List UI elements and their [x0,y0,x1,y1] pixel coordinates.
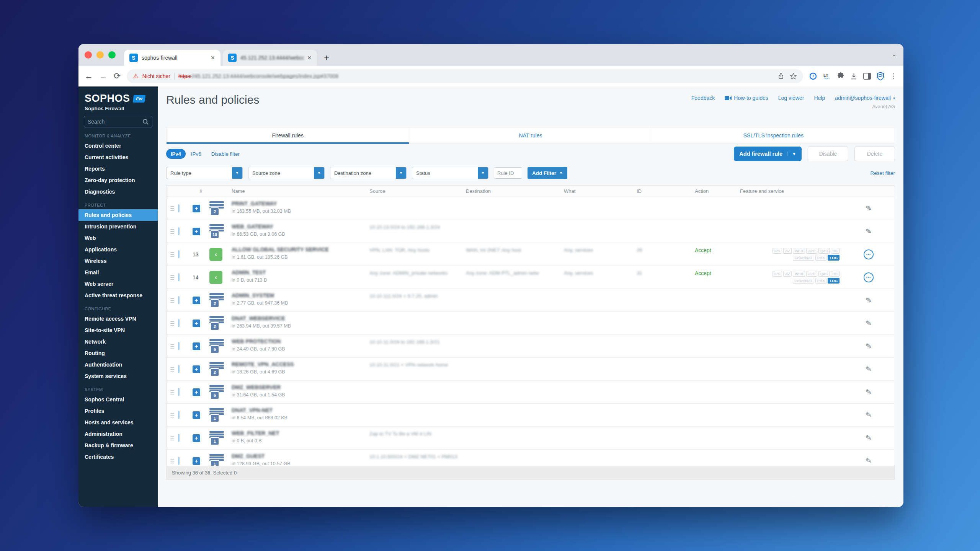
address-bar[interactable]: ⚠ Nicht sicher https://45.121.252.13:444… [127,69,803,83]
row-checkbox[interactable] [178,296,180,304]
how-to-guides-link[interactable]: How-to guides [725,95,768,101]
edit-rule-icon[interactable]: ✎ [865,433,872,443]
tab-close-icon[interactable]: ✕ [211,55,215,61]
row-checkbox[interactable] [178,457,180,465]
table-row[interactable]: +2DNAT_WEBSERVICEin 263.94 MB, out 39.57… [167,312,895,335]
table-row[interactable]: +10WEB_GATEWAYin 66.53 GB, out 3.06 GB10… [167,220,895,243]
sidebar-item-email[interactable]: Email [78,267,158,278]
rule-id-input[interactable] [494,167,522,179]
drag-handle-icon[interactable] [170,252,174,257]
extensions-puzzle-icon[interactable] [837,72,844,80]
browser-menu-icon[interactable]: ⋮ [890,72,897,80]
ipv4-filter-pill[interactable]: IPv4 [166,149,186,159]
tab-overflow-chevron-icon[interactable]: ⌄ [892,51,897,58]
sidebar-item-rules-and-policies[interactable]: Rules and policies [78,209,158,221]
sidebar-search[interactable] [84,116,152,127]
sidebar-item-remote-access-vpn[interactable]: Remote access VPN [78,313,158,324]
sidebar-item-hosts-and-services[interactable]: Hosts and services [78,417,158,428]
row-checkbox[interactable] [178,227,180,235]
drag-handle-icon[interactable] [170,390,174,395]
sidebar-item-zero-day-protection[interactable]: Zero-day protection [78,174,158,186]
sidebar-item-backup-firmware[interactable]: Backup & firmware [78,440,158,451]
expand-group-icon[interactable]: + [193,228,200,235]
drag-handle-icon[interactable] [170,344,174,349]
edit-rule-icon[interactable]: ✎ [865,295,872,305]
row-checkbox[interactable] [178,204,180,212]
tab-firewall-rules[interactable]: Firewall rules [167,127,409,143]
drag-handle-icon[interactable] [170,321,174,326]
row-checkbox[interactable] [178,342,180,350]
bookmark-star-icon[interactable] [790,73,797,80]
edit-rule-icon[interactable]: ✎ [865,364,872,374]
help-link[interactable]: Help [814,95,825,101]
sidebar-item-active-threat-response[interactable]: Active threat response [78,290,158,301]
edit-rule-icon[interactable]: ✎ [865,204,872,213]
drag-handle-icon[interactable] [170,229,174,234]
password-manager-icon[interactable] [809,72,817,80]
expand-group-icon[interactable]: + [193,365,200,373]
sidebar-item-network[interactable]: Network [78,336,158,347]
add-firewall-rule-button[interactable]: Add firewall rule ▼ [734,147,802,161]
browser-tab-secondary[interactable]: S 45.121.252.13:4444/webconsole ✕ [223,50,317,66]
chevron-down-icon[interactable]: ▼ [232,167,242,179]
reload-icon[interactable]: ⟳ [114,72,121,80]
expand-group-icon[interactable]: + [193,297,200,304]
account-menu[interactable]: admin@sophos-firewall ▾ [835,95,895,101]
sidebar-item-intrusion-prevention[interactable]: Intrusion prevention [78,221,158,232]
search-input[interactable] [88,119,139,125]
edit-rule-icon[interactable]: ✎ [865,341,872,351]
zoom-window-icon[interactable] [108,51,116,59]
edit-rule-icon[interactable]: ✎ [865,318,872,328]
delete-button[interactable]: Delete [854,147,895,161]
expand-group-icon[interactable]: + [193,457,200,465]
close-window-icon[interactable] [85,51,92,59]
sidebar-item-site-to-site-vpn[interactable]: Site-to-site VPN [78,324,158,336]
minimize-window-icon[interactable] [96,51,104,59]
row-checkbox[interactable] [178,319,180,327]
drag-handle-icon[interactable] [170,275,174,280]
feedback-link[interactable]: Feedback [691,95,715,101]
sidebar-item-authentication[interactable]: Authentication [78,359,158,370]
sidebar-item-control-center[interactable]: Control center [78,140,158,152]
languagetool-icon[interactable]: LT [823,72,831,80]
edit-rule-icon[interactable]: ✎ [865,410,872,420]
chevron-down-icon[interactable]: ▼ [314,167,324,179]
table-row[interactable]: +6DMZ_WEBSERVERin 31.64 GB, out 1.54 GB✎ [167,381,895,404]
disable-button[interactable]: Disable [808,147,848,161]
drag-handle-icon[interactable] [170,298,174,303]
expand-group-icon[interactable]: + [193,342,200,350]
browser-tab-sophos-firewall[interactable]: S sophos-firewall ✕ [124,50,220,66]
drag-handle-icon[interactable] [170,367,174,372]
table-row[interactable]: 14‹ADMIN_TESTin 0 B, out 713 BAny zone: … [167,266,895,289]
download-icon[interactable] [850,73,858,80]
drag-handle-icon[interactable] [170,413,174,417]
sidebar-item-diagnostics[interactable]: Diagnostics [78,186,158,197]
sidebar-item-current-activities[interactable]: Current activities [78,152,158,163]
chevron-down-icon[interactable]: ▼ [396,167,406,179]
sidebar-item-web-server[interactable]: Web server [78,278,158,290]
sidebar-item-administration[interactable]: Administration [78,428,158,440]
row-checkbox[interactable] [178,273,180,281]
expand-group-icon[interactable]: + [193,434,200,442]
expand-group-icon[interactable]: + [193,388,200,396]
sidebar-item-routing[interactable]: Routing [78,347,158,359]
row-checkbox[interactable] [178,365,180,373]
row-checkbox[interactable] [178,388,180,396]
row-checkbox[interactable] [178,411,180,419]
sidebar-item-applications[interactable]: Applications [78,244,158,255]
table-row[interactable]: +1WEB_FILTER_NETin 0 B, out 0 BZap to TV… [167,427,895,450]
new-tab-button[interactable]: + [321,52,332,64]
sidebar-item-wireless[interactable]: Wireless [78,255,158,267]
drag-handle-icon[interactable] [170,459,174,463]
drag-handle-icon[interactable] [170,206,174,211]
disable-filter-link[interactable]: Disable filter [211,151,240,157]
drag-handle-icon[interactable] [170,436,174,440]
rule-more-menu-icon[interactable]: ••• [864,249,874,259]
back-icon[interactable]: ← [85,72,93,80]
expand-group-icon[interactable]: + [193,411,200,419]
sophos-shield-icon[interactable] [877,72,884,80]
filter-dropdown-destination-zone[interactable]: Destination zone▼ [330,167,407,179]
table-row[interactable]: 13‹ALLOW GLOBAL SECURITY SERVICEin 1.61 … [167,243,895,266]
tab-nat-rules[interactable]: NAT rules [409,127,652,143]
row-checkbox[interactable] [178,250,180,258]
